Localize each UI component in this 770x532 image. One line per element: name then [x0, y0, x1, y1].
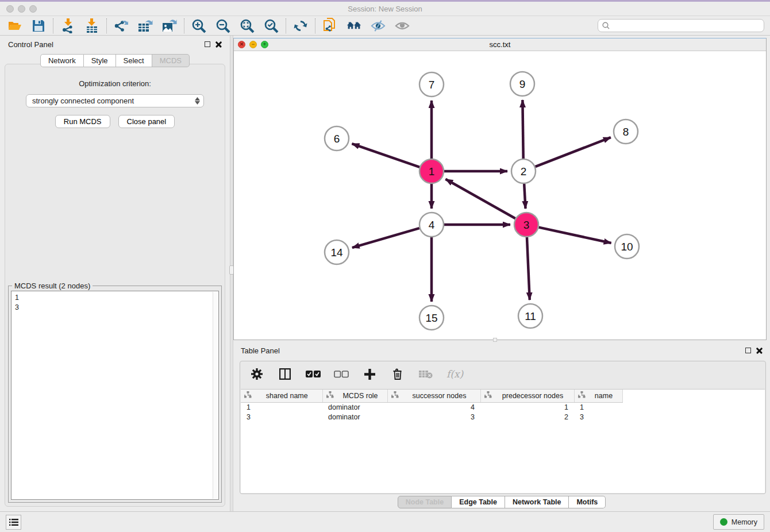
function-builder-icon[interactable]: f(x) [446, 368, 463, 380]
control-panel-tabs: Network Style Select MCDS [0, 54, 230, 67]
table-settings-gear-icon[interactable] [249, 367, 264, 381]
control-panel-title: Control Panel [8, 40, 53, 49]
mcds-result-textarea[interactable]: 1 3 [11, 291, 219, 500]
open-session-icon[interactable] [7, 18, 22, 33]
graph-edge-3-11[interactable] [527, 237, 530, 300]
show-all-eye-icon[interactable] [395, 18, 410, 33]
select-all-columns-icon[interactable] [306, 367, 321, 381]
graph-edge-3-1[interactable] [445, 179, 515, 218]
minimize-window-button[interactable] [18, 5, 25, 13]
task-history-button[interactable] [6, 515, 21, 530]
result-scrollbar[interactable] [213, 292, 218, 499]
search-area [598, 19, 764, 32]
first-neighbors-icon[interactable] [346, 18, 361, 33]
tab-network-table[interactable]: Network Table [505, 496, 569, 508]
table-cell[interactable]: 3 [387, 412, 480, 422]
table-cell[interactable]: 1 [241, 402, 322, 412]
column-header[interactable]: predecessor nodes [480, 390, 574, 402]
tab-node-table[interactable]: Node Table [398, 496, 452, 508]
graph-node-label: 1 [429, 165, 435, 178]
tab-motifs[interactable]: Motifs [569, 496, 606, 508]
duplicate-network-icon[interactable] [322, 18, 337, 33]
table-cell[interactable]: 3 [574, 412, 622, 422]
table-cell[interactable]: 3 [241, 412, 322, 422]
search-input[interactable] [613, 22, 760, 30]
column-header[interactable]: MCDS role [322, 390, 387, 402]
status-bar: Memory [0, 511, 770, 532]
export-image-icon[interactable] [162, 18, 177, 33]
table-cell[interactable]: 2 [480, 412, 574, 422]
maximize-window-button[interactable] [29, 5, 37, 13]
graph-edge-4-14[interactable] [352, 228, 419, 248]
close-panel-icon[interactable] [215, 41, 222, 48]
deselect-all-columns-icon[interactable] [334, 367, 349, 381]
criterion-dropdown[interactable]: strongly connected component [26, 94, 204, 107]
table-toolbar: f(x) [240, 361, 765, 387]
window-title: Session: New Session [0, 5, 770, 13]
graph-edge-3-10[interactable] [538, 228, 611, 243]
tab-network[interactable]: Network [40, 54, 84, 67]
network-maximize-button[interactable]: + [261, 41, 268, 48]
table-row[interactable]: 3dominator323 [241, 412, 622, 422]
graph-node-label: 4 [429, 219, 435, 231]
application-window: Session: New Session [0, 0, 770, 532]
import-table-icon[interactable] [84, 18, 99, 33]
memory-button[interactable]: Memory [713, 514, 764, 530]
graph-edge-1-6[interactable] [352, 144, 419, 167]
graph-node-label: 7 [429, 79, 435, 91]
tab-style[interactable]: Style [84, 54, 116, 67]
zoom-fit-icon[interactable] [240, 18, 255, 33]
horizontal-split-grip[interactable] [493, 338, 497, 342]
graph-node-label: 14 [330, 246, 343, 259]
hide-selected-eye-icon[interactable] [371, 18, 386, 33]
table-cell[interactable]: dominator [322, 402, 387, 412]
search-box[interactable] [598, 19, 764, 32]
graph-node-label: 2 [521, 165, 527, 178]
graph-edge-2-9[interactable] [522, 100, 523, 159]
delete-column-trash-icon[interactable] [390, 367, 405, 381]
mcds-result-title: MCDS result (2 nodes) [12, 282, 93, 290]
main-toolbar [0, 16, 770, 36]
zoom-in-icon[interactable] [191, 18, 206, 33]
list-icon [9, 518, 18, 526]
table-panel-title: Table Panel [241, 346, 280, 355]
save-session-icon[interactable] [31, 18, 46, 33]
run-mcds-button[interactable]: Run MCDS [55, 115, 110, 128]
delete-table-icon[interactable] [418, 367, 433, 381]
import-network-icon[interactable] [60, 18, 75, 33]
tab-edge-table[interactable]: Edge Table [452, 496, 505, 508]
mcds-result-group: MCDS result (2 nodes) 1 3 [8, 286, 222, 503]
graph-node-label: 11 [525, 310, 536, 322]
column-header[interactable]: shared name [241, 390, 322, 402]
network-close-button[interactable]: ✕ [238, 41, 245, 48]
node-table-area[interactable]: shared nameMCDS rolesuccessor nodesprede… [241, 389, 765, 493]
close-panel-button[interactable]: Close panel [118, 115, 175, 128]
table-cell[interactable]: dominator [322, 412, 387, 422]
main-area: Control Panel Network Style Select MCDS … [0, 36, 770, 511]
zoom-selected-icon[interactable] [264, 18, 279, 33]
table-panel: Table Panel [233, 342, 770, 511]
network-minimize-button[interactable]: − [249, 41, 257, 48]
show-column-panel-icon[interactable] [278, 367, 292, 381]
table-cell[interactable]: 1 [574, 402, 622, 412]
network-canvas[interactable]: 7968124314101511 [234, 51, 766, 338]
graph-node-label: 6 [334, 133, 340, 145]
export-table-icon[interactable] [138, 18, 153, 33]
close-window-button[interactable] [6, 5, 14, 13]
table-cell[interactable]: 4 [387, 402, 480, 412]
table-row[interactable]: 1dominator411 [241, 402, 622, 412]
float-panel-icon[interactable] [205, 41, 210, 47]
export-network-icon[interactable] [114, 18, 129, 33]
tab-mcds[interactable]: MCDS [152, 54, 190, 67]
add-column-plus-icon[interactable] [362, 367, 377, 381]
table-cell[interactable]: 1 [480, 402, 574, 412]
graph-edge-2-8[interactable] [536, 137, 611, 167]
refresh-icon[interactable] [293, 18, 308, 33]
float-table-panel-icon[interactable] [745, 348, 751, 353]
column-header[interactable]: name [574, 390, 622, 402]
column-header[interactable]: successor nodes [387, 390, 480, 402]
zoom-out-icon[interactable] [215, 18, 230, 33]
close-table-panel-icon[interactable] [756, 348, 763, 354]
graph-edge-2-3[interactable] [524, 184, 525, 209]
tab-select[interactable]: Select [116, 54, 152, 67]
